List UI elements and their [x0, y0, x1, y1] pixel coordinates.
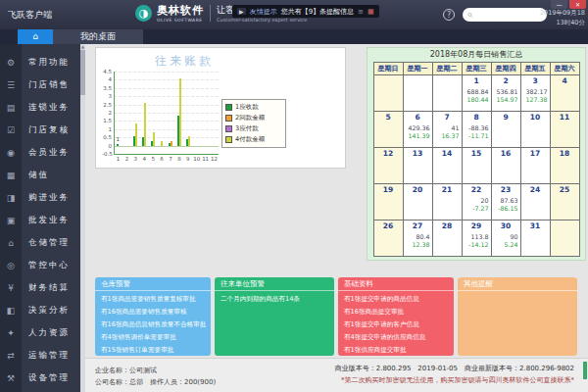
- day-number: 12: [374, 149, 403, 158]
- profit-value: 180.44: [463, 96, 491, 103]
- calendar-day-cell[interactable]: 19: [373, 184, 403, 220]
- alert-item[interactable]: 有1张供应商提交审批: [338, 346, 454, 355]
- calendar-day-cell[interactable]: 12: [373, 148, 403, 184]
- minimize-button[interactable]: —: [551, 0, 567, 9]
- notice-text[interactable]: 您共有【9】条提醒信息: [281, 7, 354, 17]
- alert-item[interactable]: 有1张提交申请的商品信息: [338, 295, 454, 304]
- calendar-day-cell[interactable]: 31: [520, 220, 550, 257]
- day-number: 13: [404, 149, 432, 158]
- calendar-day-cell[interactable]: 5: [373, 112, 403, 148]
- calendar-day-cell[interactable]: 18: [550, 148, 579, 184]
- search-input[interactable]: [473, 12, 542, 19]
- sidebar-item-stored-value[interactable]: ▦储值: [0, 164, 80, 186]
- alert-item[interactable]: 二个月内到期的商品有14条: [215, 295, 334, 304]
- calendar-week-row: 12131415161718: [373, 148, 579, 184]
- search-box[interactable]: [463, 8, 547, 22]
- tab-my-desktop[interactable]: 我的桌面: [53, 29, 143, 44]
- sidebar-item-decision-analysis[interactable]: ◧决策分析: [0, 299, 80, 321]
- calendar-day-cell[interactable]: [432, 75, 462, 112]
- calendar-day-cell[interactable]: 4: [550, 75, 579, 112]
- calendar-day-cell[interactable]: 1688.84180.44: [462, 75, 491, 112]
- calendar-day-cell[interactable]: [550, 220, 579, 257]
- calendar-day-cell[interactable]: 25: [550, 184, 579, 220]
- weekday-label: 星期六: [551, 63, 579, 74]
- alert-item[interactable]: 有15张销售订单需要审批: [95, 346, 211, 355]
- panel-other-alerts[interactable]: 其他提醒: [458, 277, 577, 356]
- calendar-day-cell[interactable]: 9: [491, 112, 520, 148]
- sidebar-item-human-resources[interactable]: ✦人力资源: [0, 321, 80, 344]
- calendar-day-cell[interactable]: 3382.17127.38: [520, 75, 550, 112]
- calendar-day-cell[interactable]: 74116.37: [432, 112, 462, 148]
- calendar-day-cell[interactable]: 29113.8-14.12: [462, 220, 491, 257]
- calendar-day-cell[interactable]: [373, 75, 403, 112]
- sidebar-item-warehouse[interactable]: ⌂仓储管理: [0, 231, 80, 254]
- calendar-title: 2018年08月每日销售汇总: [368, 48, 585, 62]
- panel-warehouse-alerts[interactable]: 仓库预警有1张商品需要销售质量复核审批有16张商品需要销售质量审核有16张商品信…: [95, 277, 211, 356]
- alert-item[interactable]: 有16张商品提交审批: [338, 308, 454, 317]
- calendar-day-cell[interactable]: 2220-7.27: [462, 184, 491, 220]
- alert-item[interactable]: 有16张商品需要销售质量审核: [95, 308, 211, 317]
- calendar-day-cell[interactable]: [403, 75, 432, 112]
- y-tick-label: 0.5: [102, 134, 112, 140]
- calendar-day-cell[interactable]: 21: [432, 184, 462, 220]
- panel-basic-data-alerts[interactable]: 基础资料有1张提交申请的商品信息有16张商品提交审批有1张提交申请的客户信息有4…: [338, 277, 454, 356]
- olive-logo-icon: ◑: [135, 5, 152, 22]
- calendar-day-cell[interactable]: 26: [373, 220, 403, 257]
- home-tab[interactable]: ⌂: [18, 29, 53, 44]
- scroll-indicator[interactable]: [583, 362, 587, 379]
- sidebar-item-label: 购进业务: [28, 192, 70, 204]
- calendar-day-cell[interactable]: 17: [520, 148, 550, 184]
- calendar-day-cell[interactable]: 30905.24: [491, 220, 520, 257]
- calendar-day-cell[interactable]: 2536.81154.97: [491, 75, 520, 112]
- alert-item[interactable]: 有1张商品需要销售质量复核审批: [95, 295, 211, 304]
- alert-item[interactable]: 有16张商品信息销售质量不合格审批: [95, 320, 211, 329]
- grid-icon[interactable]: ▦: [368, 8, 374, 16]
- sidebar-item-store-sales[interactable]: ☰门店销售: [0, 74, 80, 96]
- sidebar-item-chain-business[interactable]: ▤连锁业务: [0, 96, 80, 119]
- calendar-day-cell[interactable]: 24: [520, 184, 550, 220]
- notification-bar[interactable]: ▶ 友情提示 您共有【9】条提醒信息 ≡ ▦: [232, 5, 379, 18]
- sidebar-item-wholesale[interactable]: ▣批发业务: [0, 209, 80, 231]
- calendar-day-cell[interactable]: 15: [462, 148, 491, 184]
- sidebar-item-control-center[interactable]: ◎管控中心: [0, 254, 80, 276]
- list-icon[interactable]: ≡: [358, 8, 364, 16]
- alert-item[interactable]: 有4张销售调价单需要审批: [95, 333, 211, 342]
- alert-item[interactable]: 有4张提交申请的供应商信息: [338, 333, 454, 342]
- help-icon[interactable]: ?: [443, 9, 455, 21]
- profit-value: 141.39: [404, 132, 432, 139]
- calendar-day-cell[interactable]: 11: [550, 112, 579, 148]
- scroll-up-icon[interactable]: ▲: [80, 44, 85, 49]
- calendar-day-cell[interactable]: 6429.36141.39: [403, 112, 432, 148]
- sidebar-item-member-business[interactable]: ◉会员业务: [0, 141, 80, 164]
- sidebar-item-equipment[interactable]: ⚒设备管理: [0, 367, 80, 389]
- alert-item[interactable]: 有1张提交申请的客户信息: [338, 320, 454, 329]
- day-number: 11: [551, 113, 579, 122]
- sidebar-item-purchasing[interactable]: ◨购进业务: [0, 186, 80, 209]
- close-button[interactable]: ✕: [569, 0, 586, 9]
- sidebar-item-common-functions[interactable]: ⚙常用功能: [0, 51, 80, 74]
- chart-bar: [171, 141, 172, 145]
- sidebar-item-finance[interactable]: ¥财务结算: [0, 276, 80, 299]
- calendar-day-cell[interactable]: 14: [432, 148, 462, 184]
- sidebar-scrollbar[interactable]: ▲: [80, 44, 85, 392]
- gridline: [114, 79, 219, 80]
- y-axis: [114, 72, 115, 154]
- sidebar-item-store-review[interactable]: ☑门店复核: [0, 119, 80, 141]
- calendar-day-cell[interactable]: 20: [403, 184, 432, 220]
- calendar-day-cell[interactable]: 8-88.36-11.71: [462, 112, 491, 148]
- calendar-day-cell[interactable]: 16: [491, 148, 520, 184]
- calendar-day-cell[interactable]: 13: [403, 148, 432, 184]
- sidebar-item-label: 仓储管理: [28, 237, 70, 249]
- calendar-day-cell[interactable]: 2780.412.38: [403, 220, 432, 257]
- calendar-day-cell[interactable]: 2387.63-86.15: [491, 184, 520, 220]
- calendar-day-cell[interactable]: 10: [520, 112, 550, 148]
- play-icon[interactable]: ▶: [237, 8, 246, 15]
- panel-partner-alerts[interactable]: 往来单位预警二个月内到期的商品有14条: [215, 277, 334, 356]
- x-axis: [114, 154, 219, 155]
- sidebar-item-transport[interactable]: ⇄运输管理: [0, 344, 80, 367]
- y-tick-label: 4.5: [102, 69, 112, 74]
- y-tick-label: 0: [102, 143, 112, 149]
- scrollbar-thumb[interactable]: [80, 50, 85, 95]
- notice-label: 友情提示: [250, 7, 277, 17]
- calendar-day-cell[interactable]: 28: [432, 220, 462, 257]
